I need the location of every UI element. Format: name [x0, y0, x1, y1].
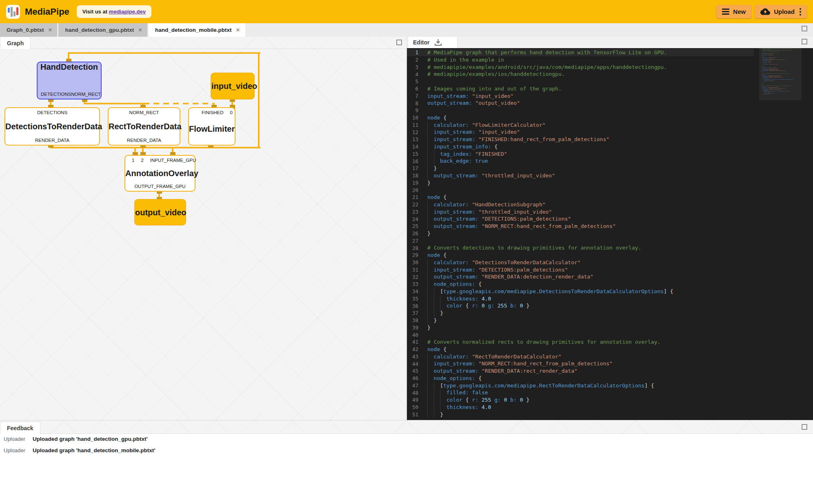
graph-node-flow_limiter[interactable]: FINISHED0FlowLimiter — [188, 107, 235, 146]
code-line: 10node { — [407, 114, 754, 122]
code-line: 11calculator: "FlowLimiterCalculator" — [407, 122, 754, 129]
code-line: 8output_stream: "output_video" — [407, 99, 754, 107]
node-title: HandDetection — [38, 62, 101, 71]
code-line: 4# mediapipie/examples/ios/handdetection… — [407, 71, 754, 78]
tab-editor[interactable]: Editor — [408, 37, 457, 48]
graph-panel[interactable]: Graph HandDetectionDETECTIONSNORM_RECTin… — [0, 37, 406, 420]
close-tab-icon[interactable]: ✕ — [48, 27, 53, 33]
feedback-source: Uploader — [4, 436, 29, 442]
line-number: 7 — [407, 93, 427, 99]
line-number: 17 — [407, 165, 427, 171]
code-line: 40 — [407, 331, 754, 338]
line-number: 2 — [407, 57, 427, 63]
download-icon[interactable] — [434, 39, 442, 46]
graph-node-output_video[interactable]: output_video — [134, 199, 186, 225]
graph-edge — [258, 52, 260, 148]
line-number: 38 — [407, 317, 427, 323]
line-number: 4 — [407, 71, 427, 77]
line-number: 23 — [407, 209, 427, 215]
visit-pill: Visit us at mediapipe.dev — [77, 5, 151, 18]
expand-tabs-icon[interactable] — [802, 26, 807, 31]
line-number: 29 — [407, 252, 427, 258]
port-label: FINISHED — [202, 110, 224, 115]
code-line: 37} — [407, 309, 754, 317]
feedback-messages: UploaderUploaded graph 'hand_detection_g… — [0, 436, 813, 459]
tab-feedback[interactable]: Feedback — [0, 422, 40, 434]
graph-node-annotation_overlay[interactable]: 12INPUT_FRAME_GPUAnnotationOverlayOUTPUT… — [124, 155, 195, 192]
node-ports: OUTPUT_FRAME_GPU — [125, 182, 195, 191]
code-line: 43calculator: "RectToRenderDataCalculato… — [407, 353, 754, 360]
feedback-panel: Feedback UploaderUploaded graph 'hand_de… — [0, 420, 813, 504]
port-label: NORM_RECT — [129, 110, 159, 115]
code-line: 42node { — [407, 346, 754, 353]
code-line: 16back_edge: true — [407, 157, 754, 165]
line-number: 24 — [407, 216, 427, 222]
line-number: 21 — [407, 194, 427, 200]
code-line: 46node_options: { — [407, 375, 754, 382]
expand-editor-icon[interactable] — [802, 39, 807, 44]
feedback-row: UploaderUploaded graph 'hand_detection_g… — [0, 436, 813, 447]
code-line: 27 — [407, 237, 754, 245]
code-line: 34[type.googleapis.com/mediapipe.Detecti… — [407, 288, 754, 295]
editor-minimap[interactable]: # MediaPipe graph that performs hand det… — [759, 48, 802, 420]
code-editor[interactable]: 1# MediaPipe graph that performs hand de… — [407, 48, 813, 420]
line-number: 28 — [407, 245, 427, 251]
code-line: 39} — [407, 324, 754, 332]
code-line: 9 — [407, 107, 754, 114]
node-ports: DETECTIONS — [5, 108, 99, 117]
line-number: 15 — [407, 151, 427, 157]
line-number: 26 — [407, 230, 427, 237]
code-line: 35thickness: 4.0 — [407, 295, 754, 303]
line-number: 16 — [407, 158, 427, 164]
graph-node-detections_to_render[interactable]: DETECTIONSDetectionsToRenderDataRENDER_D… — [4, 107, 100, 146]
graph-canvas[interactable]: HandDetectionDETECTIONSNORM_RECTinput_vi… — [0, 37, 406, 420]
close-tab-icon[interactable]: ✕ — [138, 27, 142, 33]
graph-node-input_video[interactable]: input_video — [211, 73, 255, 99]
code-lines[interactable]: 1# MediaPipe graph that performs hand de… — [407, 49, 754, 418]
line-number: 32 — [407, 274, 427, 280]
feedback-row: UploaderUploaded graph 'hand_detection_m… — [0, 447, 813, 459]
line-number: 5 — [407, 78, 427, 84]
graph-node-rect_to_render[interactable]: NORM_RECTRectToRenderDataRENDER_DATA — [108, 107, 180, 146]
app-title: MediaPipe — [25, 7, 69, 17]
node-ports: RENDER_DATA — [5, 136, 99, 145]
file-tab-hand_detection_mobile.pbtxt[interactable]: hand_detection_mobile.pbtxt✕ — [149, 23, 245, 37]
file-tab-bar: Graph_0.pbtxt✕hand_detection_gpu.pbtxt✕h… — [0, 23, 813, 37]
line-number: 10 — [407, 115, 427, 121]
line-number: 31 — [407, 267, 427, 273]
line-number: 43 — [407, 354, 427, 360]
close-tab-icon[interactable]: ✕ — [236, 27, 240, 33]
feedback-header — [0, 420, 813, 434]
feedback-message: Uploaded graph 'hand_detection_mobile.pb… — [33, 447, 155, 453]
node-ports: 12INPUT_FRAME_GPU — [125, 156, 195, 165]
code-line: 19} — [407, 179, 754, 187]
line-number: 20 — [407, 187, 427, 193]
line-number: 25 — [407, 223, 427, 229]
line-number: 6 — [407, 86, 427, 92]
line-number: 42 — [407, 346, 427, 352]
graph-node-hand_detection[interactable]: HandDetectionDETECTIONSNORM_RECT — [37, 62, 102, 99]
expand-feedback-icon[interactable] — [802, 424, 807, 430]
new-button[interactable]: New — [716, 5, 751, 18]
line-number: 8 — [407, 100, 427, 106]
file-tab-Graph_0.pbtxt[interactable]: Graph_0.pbtxt✕ — [0, 23, 57, 37]
editor-panel: Editor 1# MediaPipe graph that performs … — [407, 37, 813, 420]
file-tab-hand_detection_gpu.pbtxt[interactable]: hand_detection_gpu.pbtxt✕ — [58, 23, 147, 37]
line-number: 33 — [407, 281, 427, 287]
line-number: 47 — [407, 382, 427, 389]
code-line: 36color { r: 0 g: 255 b: 0 } — [407, 302, 754, 309]
node-ports: RENDER_DATA — [109, 136, 180, 145]
upload-menu-kebab-icon[interactable] — [800, 8, 801, 15]
node-title: FlowLimiter — [189, 124, 235, 133]
code-line: 23input_stream: "throttled_input_video" — [407, 208, 754, 216]
mediapipe-dev-link[interactable]: mediapipe.dev — [109, 9, 146, 15]
code-line: 51} — [407, 411, 754, 418]
line-number: 13 — [407, 136, 427, 142]
port-label: RENDER_DATA — [127, 138, 161, 143]
upload-button[interactable]: Upload — [755, 5, 807, 18]
line-number: 51 — [407, 411, 427, 418]
graph-edge — [84, 103, 144, 104]
node-ports: NORM_RECT — [109, 108, 180, 117]
line-number: 46 — [407, 375, 427, 381]
line-number: 35 — [407, 296, 427, 302]
